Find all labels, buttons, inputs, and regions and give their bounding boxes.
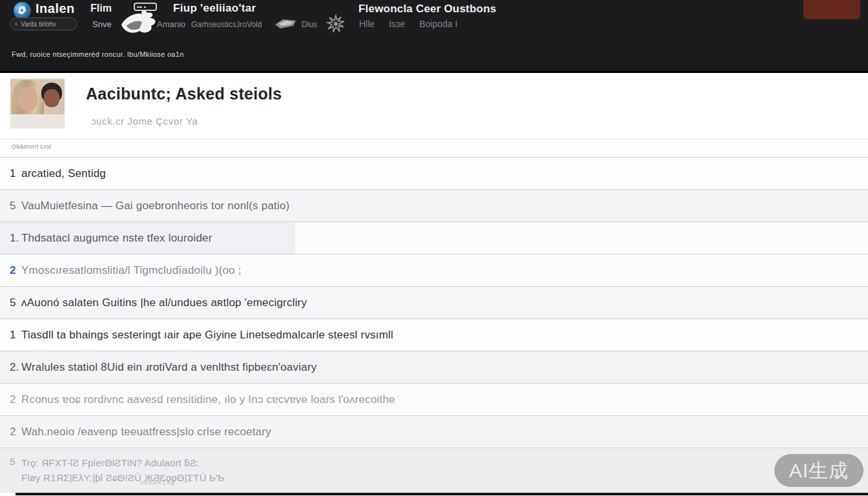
app-logo-icon[interactable] [14,2,31,19]
nav-item-hlle[interactable]: Hlle [359,19,375,29]
section-label: Obâetorrt Lrot [12,143,52,150]
breadcrumb: Fwd, ruoice ntseçimmeréd roncur. Ibu/Mki… [12,50,184,58]
list-item[interactable]: 5 ʌAuonó salaten Guitins |he al/undues a… [0,286,868,318]
question-number: 2 [10,393,20,406]
question-text: Trǫ: ЯFXT-ſƧ FplerΘlƧTlN? Adulaort ƃƧ: [21,456,224,470]
question-text: Wralules statiol 8Uid ein ɹrotiVard a ve… [21,361,316,374]
search-icon [15,21,18,28]
question-text: Thdsatacl augumce nste tfex louroider [21,232,212,245]
question-number: 5 [10,296,20,309]
app-name[interactable]: Inalen [36,1,75,16]
nav-item-dlus[interactable]: Dlus [302,20,317,29]
nav-item-irovold[interactable]: IroVold [238,20,262,29]
nav-item-boipodal[interactable]: Boipoda I [419,19,457,29]
question-number: 1 [10,329,20,342]
question-number: 1 [10,167,20,180]
logo-glyph-icon [17,5,28,16]
list-item[interactable]: 5 VauMuietfesina — Gai goebronheoris tor… [0,189,868,222]
question-text: Ymoscıresatlomslitia/l Tigmcludīadoilu )… [21,264,242,277]
question-text: Wah.neoio /eavenp teeuatfress|slo crlse … [21,426,271,439]
question-number: 1. [10,232,20,245]
list-item[interactable]: 2. Wralules statiol 8Uid ein ɹrotiVard a… [0,351,868,383]
question-text-line2: Fløy R1ЯΣ|EλY:|þl ƧɕΘ!ƧÜ ЖƋƐoϙΘ|ΣƬÜ Ƅ'Ƅ [21,471,224,484]
question-number: 5 [10,200,20,212]
question-number: 2 [10,264,20,277]
sub-navbar: Fwd, ruoice ntseçimmeréd roncur. Ibu/Mki… [0,37,868,73]
nav-item-isse[interactable]: Isɜe [389,19,405,29]
question-text: arcatied, Sentidg [21,167,106,180]
list-item[interactable]: 1 Tiasdll ta bhaings sesteringt ıair ape… [0,318,868,351]
question-number: 2. [10,361,20,374]
ai-watermark-badge: AI生成 [774,454,863,487]
question-list: 1 arcatied, Sentidg 5 VauMuietfesina — G… [0,157,868,493]
nav-item-snve[interactable]: Snve [92,19,112,29]
section-label-row: Obâetorrt Lrot [0,140,868,157]
list-item[interactable]: 2 Ymoscıresatlomslitia/l Tigmcludīadoilu… [0,254,868,286]
nav-right-links: Hlle Isɜe Boipoda I [359,19,457,29]
question-text: Rconus ɐoɕ rordivnc aavesd rensitidine, … [21,393,395,406]
nav-item-garhseustics[interactable]: Garhseustics, [191,20,238,29]
list-item[interactable]: 2 Wah.neoio /eavenp teeuatfress|slo crls… [0,415,868,448]
bottom-divider [16,493,868,495]
list-item[interactable]: 1. Thdsatacl augumce nste tfex louroider [0,222,868,254]
page-subtitle: ɔuck.cr Jome Çcvor Ya [91,116,198,127]
question-text: VauMuietfesina — Gai goebronheoris tor n… [21,200,289,212]
profile-header: Aacibuntc; Asked steiols ɔuck.cr Jome Çc… [0,73,868,140]
avatar[interactable] [10,79,65,129]
question-subtext: ɔVXUXƮXϱ [140,479,175,486]
accent-action-button[interactable] [803,0,860,19]
page-title: Aacibuntc; Asked steiols [86,85,282,103]
nav-search-box[interactable] [10,17,78,30]
search-input[interactable] [21,21,72,28]
question-number: 2 [10,426,20,439]
hand-icon[interactable] [274,17,298,32]
nav-section-title: Flewoncla Ceer Oustbons [358,3,496,16]
list-item[interactable]: 1 arcatied, Sentidg [0,157,868,189]
top-navbar: Inalen Flim Snve Amanio Fiup 'eeliiao'ta… [0,0,868,37]
nav-item-amanio[interactable]: Amanio [157,19,185,29]
nav-item-flim[interactable]: Flim [90,3,112,14]
page: Inalen Flim Snve Amanio Fiup 'eeliiao'ta… [0,0,868,496]
gear-icon[interactable] [326,14,346,36]
nav-center-title: Fiup 'eeliiao'tar [173,2,256,15]
list-item[interactable]: 5 Trǫ: ЯFXT-ſƧ FplerΘlƧTlN? Adulaort ƃƧ:… [0,448,868,493]
list-item[interactable]: 2 Rconus ɐoɕ rordivnc aavesd rensitidine… [0,383,868,415]
question-text: ʌAuonó salaten Guitins |he al/undues aʀt… [21,296,307,309]
question-text: Tiasdll ta bhaings sesteringt ıair ape G… [21,329,393,342]
question-number: 5 [10,456,20,467]
